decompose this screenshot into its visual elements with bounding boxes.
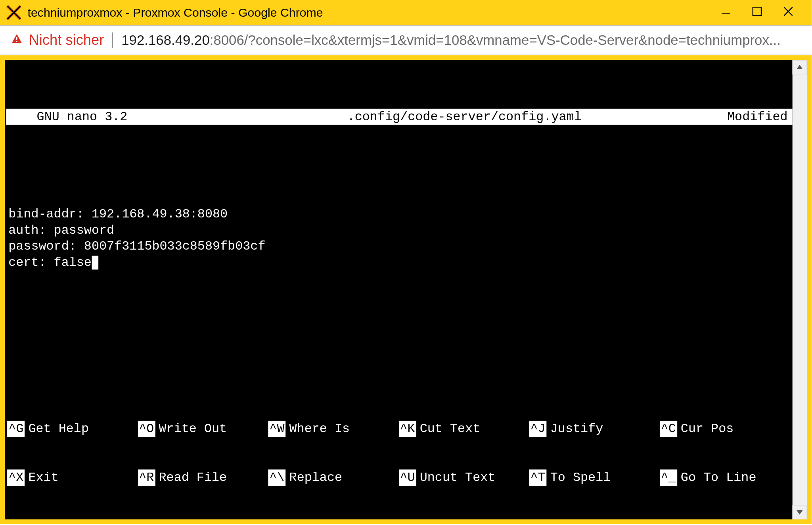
nano-file-name: .config/code-server/config.yaml	[201, 109, 727, 125]
nano-shortcut-label: Replace	[289, 469, 342, 486]
nano-shortcut: ^XExit	[7, 469, 138, 486]
editor-line: auth: password	[8, 222, 790, 238]
nano-shortcut-label: Cur Pos	[681, 421, 733, 437]
nano-shortcut: ^CCur Pos	[660, 421, 790, 437]
nano-shortcut-key: ^R	[138, 469, 155, 486]
nano-shortcut-key: ^T	[529, 469, 546, 486]
nano-shortcut-key: ^O	[138, 421, 155, 437]
nano-shortcut-label: Go To Line	[681, 469, 756, 486]
nano-shortcut: ^KCut Text	[398, 421, 529, 437]
window-minimize-icon[interactable]	[720, 6, 731, 19]
nano-shortcut-label: Write Out	[159, 421, 227, 437]
nano-shortcut: ^WWhere Is	[268, 421, 398, 437]
nano-shortcut-label: Read File	[159, 469, 227, 486]
security-status-text: Nicht sicher	[29, 32, 104, 48]
text-cursor	[92, 256, 98, 270]
nano-shortcut-key: ^K	[398, 421, 416, 437]
nano-shortcut: ^UUncut Text	[398, 469, 529, 486]
nano-shortcut-label: Justify	[550, 421, 603, 437]
scroll-up-icon[interactable]	[793, 60, 807, 74]
nano-editor-body[interactable]: bind-addr: 192.168.49.38:8080auth: passw…	[6, 206, 793, 271]
nano-shortcut: ^OWrite Out	[138, 421, 268, 437]
nano-modified-status: Modified	[727, 109, 791, 125]
nano-title-bar: GNU nano 3.2 .config/code-server/config.…	[6, 109, 793, 125]
window-close-icon[interactable]	[783, 6, 793, 19]
nano-shortcut-bar: ^GGet Help^OWrite Out^WWhere Is^KCut Tex…	[5, 388, 793, 519]
proxmox-icon	[6, 5, 21, 20]
nano-shortcut-key: ^G	[7, 421, 25, 437]
nano-shortcut: ^RRead File	[138, 469, 268, 486]
nano-shortcut-key: ^C	[660, 421, 677, 437]
nano-shortcut: ^\Replace	[268, 469, 398, 486]
svg-rect-4	[16, 37, 17, 40]
url-text[interactable]: 192.168.49.20:8006/?console=lxc&xtermjs=…	[121, 32, 804, 48]
nano-shortcut-label: Exit	[28, 469, 58, 486]
nano-app-name: GNU nano 3.2	[7, 109, 201, 125]
nano-shortcut-label: Uncut Text	[420, 469, 496, 486]
terminal-scrollbar[interactable]	[793, 60, 807, 519]
nano-shortcut: ^GGet Help	[7, 421, 138, 437]
nano-shortcut-key: ^_	[660, 469, 677, 486]
nano-shortcut: ^_Go To Line	[660, 469, 790, 486]
terminal[interactable]: GNU nano 3.2 .config/code-server/config.…	[5, 60, 793, 519]
url-path: /?console=lxc&xtermjs=1&vmid=108&vmname=…	[244, 32, 781, 48]
editor-line: password: 8007f3115b033c8589fb03cf	[8, 238, 790, 255]
nano-shortcut-key: ^U	[398, 469, 416, 486]
url-host: 192.168.49.20	[121, 32, 210, 48]
nano-shortcut-label: To Spell	[550, 469, 611, 486]
editor-line: cert: false	[8, 255, 790, 271]
address-bar[interactable]: Nicht sicher 192.168.49.20:8006/?console…	[0, 25, 812, 56]
window-maximize-icon[interactable]	[752, 6, 762, 19]
window-title: techniumproxmox - Proxmox Console - Goog…	[28, 6, 712, 19]
window-titlebar: techniumproxmox - Proxmox Console - Goog…	[0, 0, 812, 25]
insecure-icon	[11, 33, 23, 47]
svg-rect-5	[16, 41, 17, 42]
nano-shortcut-label: Get Help	[28, 421, 89, 437]
scroll-down-icon[interactable]	[793, 505, 807, 519]
nano-shortcut-key: ^\	[268, 469, 285, 486]
nano-shortcut: ^JJustify	[529, 421, 659, 437]
nano-shortcut-key: ^W	[268, 421, 285, 437]
scroll-track[interactable]	[793, 75, 807, 505]
svg-rect-1	[753, 7, 761, 15]
nano-shortcut-key: ^J	[529, 421, 546, 437]
url-port: :8006	[210, 32, 244, 48]
nano-shortcut: ^TTo Spell	[529, 469, 659, 486]
divider	[112, 33, 113, 48]
nano-shortcut-label: Cut Text	[420, 421, 481, 437]
editor-line: bind-addr: 192.168.49.38:8080	[8, 206, 790, 222]
nano-shortcut-key: ^X	[7, 469, 25, 486]
nano-shortcut-label: Where Is	[289, 421, 350, 437]
